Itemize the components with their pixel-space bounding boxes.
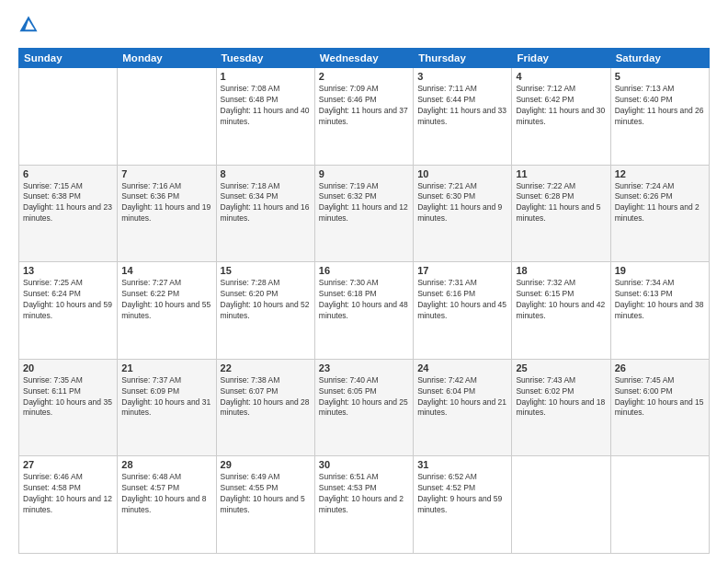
day-info: Sunrise: 6:49 AM Sunset: 4:55 PM Dayligh… (221, 472, 311, 516)
calendar-cell: 30Sunrise: 6:51 AM Sunset: 4:53 PM Dayli… (314, 456, 413, 554)
day-info: Sunrise: 7:40 AM Sunset: 6:05 PM Dayligh… (319, 375, 409, 419)
calendar-cell: 18Sunrise: 7:32 AM Sunset: 6:15 PM Dayli… (512, 262, 610, 360)
day-number: 13 (23, 265, 113, 276)
calendar-cell: 16Sunrise: 7:30 AM Sunset: 6:18 PM Dayli… (314, 262, 413, 360)
weekday-thursday: Thursday (414, 49, 512, 68)
calendar-cell: 21Sunrise: 7:37 AM Sunset: 6:09 PM Dayli… (118, 359, 216, 456)
weekday-friday: Friday (512, 49, 610, 68)
day-info: Sunrise: 7:21 AM Sunset: 6:30 PM Dayligh… (417, 181, 507, 225)
calendar-cell (610, 456, 709, 554)
week-row-0: 1Sunrise: 7:08 AM Sunset: 6:48 PM Daylig… (19, 68, 710, 166)
day-number: 29 (221, 459, 311, 470)
day-number: 24 (417, 362, 507, 373)
calendar-cell: 6Sunrise: 7:15 AM Sunset: 6:38 PM Daylig… (19, 165, 118, 262)
day-info: Sunrise: 6:46 AM Sunset: 4:58 PM Dayligh… (23, 472, 113, 516)
day-number: 23 (319, 362, 409, 373)
day-number: 2 (319, 71, 409, 82)
day-number: 20 (23, 362, 113, 373)
calendar-cell: 20Sunrise: 7:35 AM Sunset: 6:11 PM Dayli… (19, 359, 118, 456)
page: SundayMondayTuesdayWednesdayThursdayFrid… (0, 0, 728, 563)
day-number: 15 (221, 265, 311, 276)
day-number: 11 (516, 168, 606, 179)
day-number: 3 (417, 71, 507, 82)
calendar-cell: 22Sunrise: 7:38 AM Sunset: 6:07 PM Dayli… (216, 359, 314, 456)
day-info: Sunrise: 7:34 AM Sunset: 6:13 PM Dayligh… (615, 278, 705, 322)
calendar-cell: 28Sunrise: 6:48 AM Sunset: 4:57 PM Dayli… (118, 456, 216, 554)
day-number: 5 (615, 71, 705, 82)
day-number: 9 (319, 168, 409, 179)
weekday-saturday: Saturday (610, 49, 709, 68)
weekday-header-row: SundayMondayTuesdayWednesdayThursdayFrid… (19, 49, 710, 68)
calendar-cell: 7Sunrise: 7:16 AM Sunset: 6:36 PM Daylig… (118, 165, 216, 262)
calendar-cell (512, 456, 610, 554)
day-info: Sunrise: 6:48 AM Sunset: 4:57 PM Dayligh… (121, 472, 211, 516)
day-info: Sunrise: 7:11 AM Sunset: 6:44 PM Dayligh… (417, 84, 507, 128)
day-info: Sunrise: 7:12 AM Sunset: 6:42 PM Dayligh… (516, 84, 606, 128)
day-number: 18 (516, 265, 606, 276)
header (18, 15, 710, 39)
day-number: 28 (121, 459, 211, 470)
week-row-1: 6Sunrise: 7:15 AM Sunset: 6:38 PM Daylig… (19, 165, 710, 262)
calendar-cell: 24Sunrise: 7:42 AM Sunset: 6:04 PM Dayli… (414, 359, 512, 456)
day-info: Sunrise: 7:24 AM Sunset: 6:26 PM Dayligh… (615, 181, 705, 225)
day-info: Sunrise: 7:35 AM Sunset: 6:11 PM Dayligh… (23, 375, 113, 419)
logo (18, 15, 42, 39)
calendar-cell: 8Sunrise: 7:18 AM Sunset: 6:34 PM Daylig… (216, 165, 314, 262)
day-number: 30 (319, 459, 409, 470)
calendar-cell: 25Sunrise: 7:43 AM Sunset: 6:02 PM Dayli… (512, 359, 610, 456)
calendar-cell: 29Sunrise: 6:49 AM Sunset: 4:55 PM Dayli… (216, 456, 314, 554)
calendar-cell: 5Sunrise: 7:13 AM Sunset: 6:40 PM Daylig… (610, 68, 709, 166)
day-info: Sunrise: 7:08 AM Sunset: 6:48 PM Dayligh… (221, 84, 311, 128)
week-row-3: 20Sunrise: 7:35 AM Sunset: 6:11 PM Dayli… (19, 359, 710, 456)
calendar-cell: 26Sunrise: 7:45 AM Sunset: 6:00 PM Dayli… (610, 359, 709, 456)
calendar-cell: 10Sunrise: 7:21 AM Sunset: 6:30 PM Dayli… (414, 165, 512, 262)
day-info: Sunrise: 7:32 AM Sunset: 6:15 PM Dayligh… (516, 278, 606, 322)
calendar-cell: 15Sunrise: 7:28 AM Sunset: 6:20 PM Dayli… (216, 262, 314, 360)
day-number: 31 (417, 459, 507, 470)
day-number: 25 (516, 362, 606, 373)
calendar: SundayMondayTuesdayWednesdayThursdayFrid… (18, 48, 710, 554)
day-info: Sunrise: 7:43 AM Sunset: 6:02 PM Dayligh… (516, 375, 606, 419)
day-number: 1 (221, 71, 311, 82)
calendar-cell: 14Sunrise: 7:27 AM Sunset: 6:22 PM Dayli… (118, 262, 216, 360)
day-number: 16 (319, 265, 409, 276)
calendar-cell: 1Sunrise: 7:08 AM Sunset: 6:48 PM Daylig… (216, 68, 314, 166)
day-info: Sunrise: 7:13 AM Sunset: 6:40 PM Dayligh… (615, 84, 705, 128)
day-info: Sunrise: 6:52 AM Sunset: 4:52 PM Dayligh… (417, 472, 507, 516)
day-info: Sunrise: 7:22 AM Sunset: 6:28 PM Dayligh… (516, 181, 606, 225)
day-info: Sunrise: 7:27 AM Sunset: 6:22 PM Dayligh… (121, 278, 211, 322)
calendar-cell: 13Sunrise: 7:25 AM Sunset: 6:24 PM Dayli… (19, 262, 118, 360)
day-number: 21 (121, 362, 211, 373)
day-number: 8 (221, 168, 311, 179)
calendar-cell: 9Sunrise: 7:19 AM Sunset: 6:32 PM Daylig… (314, 165, 413, 262)
calendar-cell: 3Sunrise: 7:11 AM Sunset: 6:44 PM Daylig… (414, 68, 512, 166)
day-number: 12 (615, 168, 705, 179)
weekday-wednesday: Wednesday (314, 49, 413, 68)
day-info: Sunrise: 7:09 AM Sunset: 6:46 PM Dayligh… (319, 84, 409, 128)
day-info: Sunrise: 7:42 AM Sunset: 6:04 PM Dayligh… (417, 375, 507, 419)
day-number: 17 (417, 265, 507, 276)
calendar-cell: 4Sunrise: 7:12 AM Sunset: 6:42 PM Daylig… (512, 68, 610, 166)
calendar-cell: 19Sunrise: 7:34 AM Sunset: 6:13 PM Dayli… (610, 262, 709, 360)
day-info: Sunrise: 7:25 AM Sunset: 6:24 PM Dayligh… (23, 278, 113, 322)
day-number: 26 (615, 362, 705, 373)
calendar-cell: 31Sunrise: 6:52 AM Sunset: 4:52 PM Dayli… (414, 456, 512, 554)
day-number: 4 (516, 71, 606, 82)
day-info: Sunrise: 7:15 AM Sunset: 6:38 PM Dayligh… (23, 181, 113, 225)
day-info: Sunrise: 7:30 AM Sunset: 6:18 PM Dayligh… (319, 278, 409, 322)
day-number: 22 (221, 362, 311, 373)
calendar-cell: 2Sunrise: 7:09 AM Sunset: 6:46 PM Daylig… (314, 68, 413, 166)
day-info: Sunrise: 7:37 AM Sunset: 6:09 PM Dayligh… (121, 375, 211, 419)
day-number: 7 (121, 168, 211, 179)
calendar-cell: 12Sunrise: 7:24 AM Sunset: 6:26 PM Dayli… (610, 165, 709, 262)
day-info: Sunrise: 7:18 AM Sunset: 6:34 PM Dayligh… (221, 181, 311, 225)
calendar-cell (118, 68, 216, 166)
day-info: Sunrise: 7:45 AM Sunset: 6:00 PM Dayligh… (615, 375, 705, 419)
logo-icon (18, 15, 39, 35)
week-row-2: 13Sunrise: 7:25 AM Sunset: 6:24 PM Dayli… (19, 262, 710, 360)
calendar-cell: 11Sunrise: 7:22 AM Sunset: 6:28 PM Dayli… (512, 165, 610, 262)
calendar-cell: 23Sunrise: 7:40 AM Sunset: 6:05 PM Dayli… (314, 359, 413, 456)
weekday-sunday: Sunday (19, 49, 118, 68)
day-number: 14 (121, 265, 211, 276)
day-number: 10 (417, 168, 507, 179)
